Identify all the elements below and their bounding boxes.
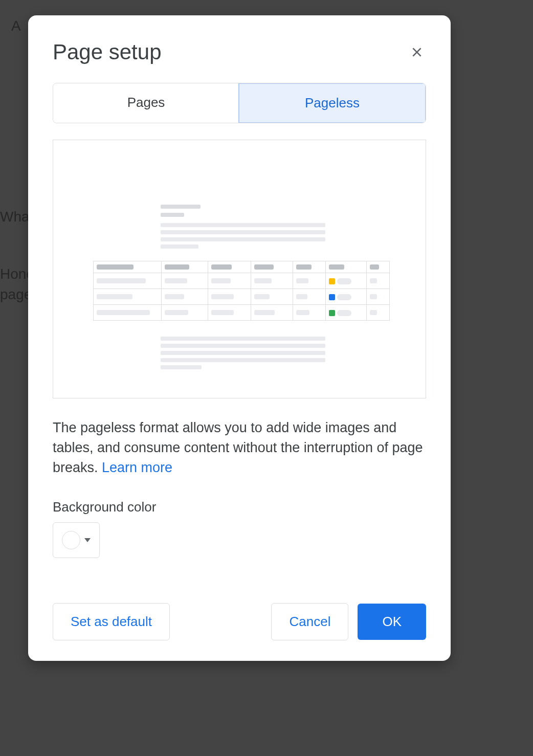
- learn-more-link[interactable]: Learn more: [102, 460, 172, 475]
- color-swatch: [62, 531, 80, 549]
- close-icon: [410, 46, 424, 59]
- cancel-button[interactable]: Cancel: [271, 603, 348, 640]
- page-setup-dialog: Page setup Pages Pageless: [28, 15, 451, 661]
- tabs: Pages Pageless: [53, 83, 426, 123]
- background-color-label: Background color: [53, 499, 426, 515]
- ok-button[interactable]: OK: [358, 604, 426, 640]
- preview-table: [93, 261, 390, 321]
- pageless-description: The pageless format allows you to add wi…: [53, 418, 426, 478]
- dialog-title: Page setup: [53, 40, 162, 64]
- pageless-preview: [53, 140, 426, 398]
- set-as-default-button[interactable]: Set as default: [53, 603, 170, 640]
- tab-pageless[interactable]: Pageless: [238, 83, 426, 123]
- chevron-down-icon: [84, 538, 91, 542]
- tab-pages[interactable]: Pages: [53, 83, 239, 123]
- close-button[interactable]: [408, 43, 426, 61]
- background-color-picker[interactable]: [53, 522, 100, 558]
- bg-word: page: [0, 286, 32, 303]
- bg-word: A: [11, 18, 21, 34]
